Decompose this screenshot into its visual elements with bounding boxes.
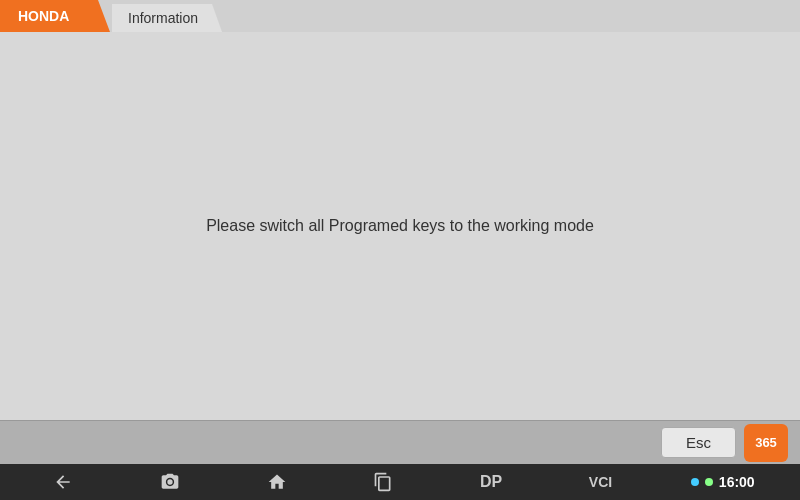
- logo-badge: 365: [744, 424, 788, 462]
- top-bar: HONDA Information: [0, 0, 800, 32]
- tab-information[interactable]: Information: [112, 4, 222, 32]
- wifi-icon: [705, 478, 713, 486]
- instruction-message: Please switch all Programed keys to the …: [206, 217, 594, 235]
- nav-bar: DP VCI 16:00: [0, 464, 800, 500]
- tab-information-label: Information: [128, 10, 198, 26]
- time-display: 16:00: [719, 474, 755, 490]
- camera-icon[interactable]: [152, 468, 188, 496]
- home-icon[interactable]: [259, 468, 295, 496]
- logo-text: 365: [755, 436, 777, 449]
- dp-icon[interactable]: DP: [472, 469, 510, 495]
- action-bar: Esc 365: [0, 420, 800, 464]
- status-area: 16:00: [691, 474, 755, 490]
- tab-honda[interactable]: HONDA: [0, 0, 110, 32]
- vci-icon[interactable]: VCI: [581, 470, 620, 494]
- main-content: Please switch all Programed keys to the …: [0, 32, 800, 420]
- honda-label: HONDA: [18, 8, 69, 24]
- esc-button[interactable]: Esc: [661, 427, 736, 458]
- back-icon[interactable]: [45, 468, 81, 496]
- bluetooth-icon: [691, 478, 699, 486]
- document-icon[interactable]: [365, 468, 401, 496]
